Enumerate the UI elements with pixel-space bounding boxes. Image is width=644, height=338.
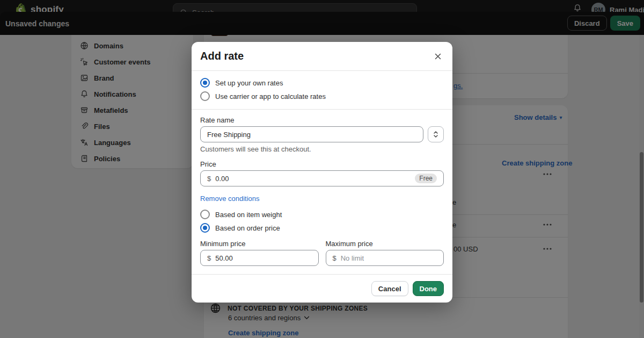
price-input[interactable] [215,175,411,183]
currency-prefix: $ [207,175,211,183]
minimum-price-group: Minimum price $ [200,240,319,266]
currency-prefix: $ [333,254,336,262]
minimum-price-label: Minimum price [200,240,319,248]
close-icon [433,52,443,61]
radio-label: Set up your own rates [215,79,283,87]
rate-name-stepper-button[interactable] [428,126,444,142]
radio-unselected-icon [200,210,210,219]
price-label: Price [200,160,444,168]
shopify-settings-page: shopify Search RM Rami Madi Domains Cust… [0,0,644,338]
radio-order-price[interactable]: Based on order price [200,223,444,233]
radio-unselected-icon [200,91,210,101]
rate-name-input[interactable] [207,131,416,139]
radio-carrier-rates[interactable]: Use carrier or app to calculate rates [200,91,444,101]
maximum-price-label: Maximum price [326,240,444,248]
price-field-wrap: $ Free [200,170,444,186]
currency-prefix: $ [207,254,211,262]
modal-title: Add rate [200,50,244,62]
radio-selected-icon [200,223,210,233]
radio-label: Use carrier or app to calculate rates [215,92,326,100]
free-badge: Free [415,174,437,183]
radio-label: Based on order price [215,224,280,232]
radio-own-rates[interactable]: Set up your own rates [200,78,444,88]
cancel-button[interactable]: Cancel [371,281,408,296]
rate-name-helper-text: Customers will see this at checkout. [200,145,444,153]
radio-item-weight[interactable]: Based on item weight [200,210,444,219]
minimum-price-input[interactable] [215,254,311,262]
maximum-price-input[interactable] [341,254,437,262]
done-button[interactable]: Done [413,281,444,296]
add-rate-modal: Add rate Set up your own rates Use carri… [192,42,452,303]
radio-label: Based on item weight [215,211,282,219]
up-down-arrows-icon [433,131,439,138]
maximum-price-field-wrap: $ [326,250,444,266]
rate-name-field-wrap [200,126,423,142]
minimum-price-field-wrap: $ [200,250,319,266]
radio-selected-icon [200,78,210,88]
maximum-price-group: Maximum price $ [326,240,444,266]
close-button[interactable] [432,51,444,62]
remove-conditions-link[interactable]: Remove conditions [200,195,260,203]
rate-name-label: Rate name [200,116,444,124]
